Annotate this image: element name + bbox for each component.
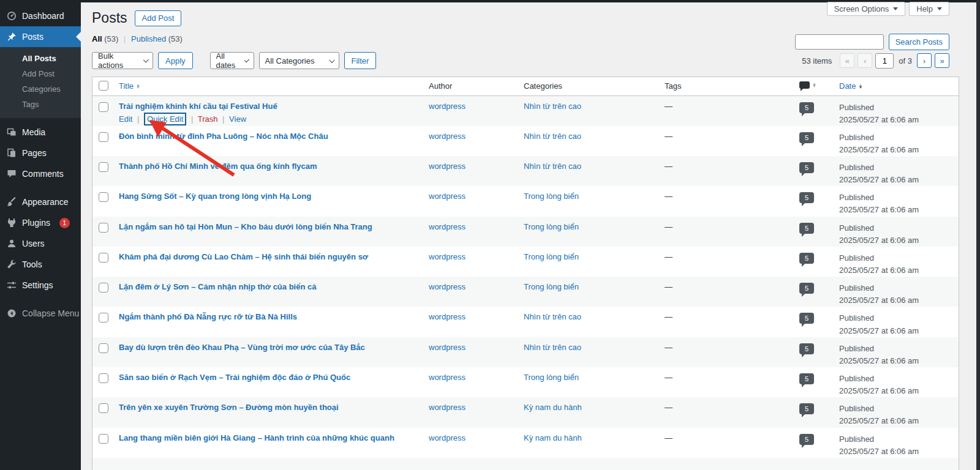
comment-count-bubble[interactable]: 5 [799, 403, 814, 414]
category-link[interactable]: Kỳ nam du hành [524, 433, 582, 442]
comment-count-bubble[interactable]: 5 [799, 253, 814, 264]
category-link[interactable]: Nhìn từ trên cao [524, 132, 581, 141]
sidebar-item-dashboard[interactable]: Dashboard [0, 6, 81, 26]
row-checkbox[interactable] [99, 223, 108, 233]
comment-count-bubble[interactable]: 5 [799, 132, 814, 143]
date-filter-select[interactable]: All dates [210, 52, 254, 69]
search-input[interactable] [795, 34, 884, 50]
category-filter-select[interactable]: All Categories [259, 52, 339, 69]
row-checkbox[interactable] [99, 434, 108, 444]
category-link[interactable]: Nhìn từ trên cao [524, 162, 581, 171]
post-title-link[interactable]: Hang Sửng Sốt – Kỳ quan trong lòng vịnh … [119, 192, 311, 201]
date-cell: Published 2025/05/27 at 6:06 am [833, 126, 959, 156]
post-title-link[interactable]: Bay dù lượn trên đèo Khau Phạ – Vùng trờ… [119, 343, 365, 352]
bulk-actions-select[interactable]: Bulk actions [92, 52, 153, 69]
category-link[interactable]: Trong lòng biển [524, 222, 579, 231]
row-checkbox[interactable] [99, 253, 108, 263]
category-link[interactable]: Kỳ nam du hành [524, 403, 582, 412]
current-page-input[interactable] [875, 53, 894, 69]
comment-count-bubble[interactable]: 5 [799, 192, 814, 203]
author-link[interactable]: wordpress [429, 373, 466, 382]
help-button[interactable]: Help [909, 2, 949, 16]
filter-button[interactable]: Filter [344, 52, 377, 69]
sidebar-item-media[interactable]: Media [0, 122, 81, 143]
category-link[interactable]: Nhìn từ trên cao [524, 312, 581, 321]
comment-count-bubble[interactable]: 5 [799, 223, 814, 234]
sidebar-item-users[interactable]: Users [0, 233, 81, 254]
select-all-checkbox[interactable] [99, 81, 108, 91]
author-link[interactable]: wordpress [429, 162, 466, 171]
search-posts-button[interactable]: Search Posts [889, 34, 949, 50]
sidebar-item-pages[interactable]: Pages [0, 143, 81, 163]
screen-options-button[interactable]: Screen Options [827, 2, 906, 16]
quick-edit-link[interactable]: Quick Edit [144, 113, 186, 125]
apply-button[interactable]: Apply [158, 52, 193, 69]
comment-count-bubble[interactable]: 5 [799, 434, 814, 445]
author-link[interactable]: wordpress [429, 252, 466, 261]
row-checkbox[interactable] [99, 162, 108, 172]
post-title-link[interactable]: Lặn đêm ở Lý Sơn – Cảm nhận nhịp thở của… [119, 282, 316, 291]
category-link[interactable]: Nhìn từ trên cao [524, 343, 581, 352]
sidebar-item-posts[interactable]: Posts [0, 26, 81, 47]
sidebar-item-settings[interactable]: Settings [0, 275, 81, 296]
post-title-link[interactable]: Ngắm thành phố Đà Nẵng rực rỡ từ Bà Nà H… [119, 312, 297, 321]
submenu-item-add-post[interactable]: Add Post [0, 66, 81, 81]
sidebar-item-collapse-menu[interactable]: Collapse Menu [0, 303, 81, 324]
category-link[interactable]: Trong lòng biển [524, 252, 579, 261]
submenu-item-all-posts[interactable]: All Posts [0, 51, 81, 66]
comment-count-bubble[interactable]: 5 [799, 373, 814, 384]
post-title-link[interactable]: Lặn ngắm san hô tại Hòn Mun – Kho báu dư… [119, 222, 372, 231]
row-checkbox[interactable] [99, 313, 108, 323]
post-title-link[interactable]: Lang thang miền biên giới Hà Giang – Hàn… [119, 433, 394, 442]
author-link[interactable]: wordpress [429, 403, 466, 412]
row-checkbox[interactable] [99, 343, 108, 353]
row-checkbox[interactable] [99, 373, 108, 383]
edit-link[interactable]: Edit [119, 114, 132, 124]
category-link[interactable]: Trong lòng biển [524, 282, 579, 291]
sidebar-item-comments[interactable]: Comments [0, 163, 81, 184]
row-checkbox[interactable] [99, 102, 108, 112]
author-link[interactable]: wordpress [429, 433, 466, 442]
view-link[interactable]: View [229, 114, 246, 124]
sidebar-item-plugins[interactable]: Plugins 1 [0, 212, 81, 233]
post-title-link[interactable]: Đón bình minh từ đỉnh Pha Luông – Nóc nh… [119, 132, 328, 141]
author-link[interactable]: wordpress [429, 343, 466, 352]
category-link[interactable]: Nhìn từ trên cao [524, 102, 581, 111]
post-title-link[interactable]: Trải nghiệm khinh khí cầu tại Festival H… [119, 102, 277, 111]
next-page-button[interactable]: › [917, 53, 932, 68]
comment-count-bubble[interactable]: 5 [799, 102, 814, 113]
browser-scrollbar[interactable] [976, 0, 980, 470]
author-link[interactable]: wordpress [429, 312, 466, 321]
column-header-title[interactable]: Title ▲▼ [119, 81, 140, 91]
column-header-comments[interactable]: ▲▼ [799, 81, 816, 89]
submenu-item-tags[interactable]: Tags [0, 97, 81, 112]
trash-link[interactable]: Trash [198, 114, 218, 124]
author-link[interactable]: wordpress [429, 282, 466, 291]
sidebar-item-tools[interactable]: Tools [0, 254, 81, 275]
post-title-link[interactable]: Trên yên xe xuyên Trường Sơn – Đường mòn… [119, 403, 339, 412]
view-published-link[interactable]: Published [131, 34, 166, 43]
add-post-button[interactable]: Add Post [135, 10, 182, 26]
sidebar-item-appearance[interactable]: Appearance [0, 192, 81, 212]
comment-count-bubble[interactable]: 5 [799, 343, 814, 354]
row-checkbox[interactable] [99, 403, 108, 413]
comment-count-bubble[interactable]: 5 [799, 283, 814, 294]
view-all-link[interactable]: All [92, 34, 102, 43]
row-checkbox[interactable] [99, 132, 108, 142]
category-link[interactable]: Trong lòng biển [524, 373, 579, 382]
author-link[interactable]: wordpress [429, 102, 466, 111]
author-link[interactable]: wordpress [429, 222, 466, 231]
comment-count-bubble[interactable]: 5 [799, 313, 814, 324]
row-checkbox[interactable] [99, 283, 108, 293]
author-link[interactable]: wordpress [429, 132, 466, 141]
post-title-link[interactable]: Khám phá đại dương Cù Lao Chàm – Hệ sinh… [119, 252, 368, 261]
category-link[interactable]: Trong lòng biển [524, 192, 579, 201]
column-header-date[interactable]: Date ▲▼ [839, 81, 862, 91]
post-title-link[interactable]: Thành phố Hồ Chí Minh về đêm qua ống kín… [119, 162, 317, 171]
last-page-button[interactable]: » [935, 53, 949, 68]
author-link[interactable]: wordpress [429, 192, 466, 201]
submenu-item-categories[interactable]: Categories [0, 81, 81, 97]
row-checkbox[interactable] [99, 192, 108, 202]
post-title-link[interactable]: Săn sao biển ở Rạch Vẹm – Trải nghiệm độ… [119, 373, 350, 382]
comment-count-bubble[interactable]: 5 [799, 162, 814, 173]
